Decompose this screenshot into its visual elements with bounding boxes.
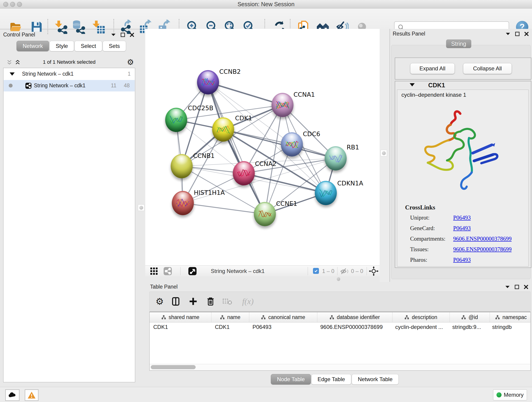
- table-cell[interactable]: CDK1: [211, 322, 249, 332]
- memory-button[interactable]: Memory: [493, 389, 527, 400]
- crosslink-link[interactable]: 9606.ENSP00000378699: [453, 246, 512, 253]
- tab-network[interactable]: Network: [17, 41, 49, 51]
- expand-all-button[interactable]: Expand All: [410, 63, 455, 74]
- table-cell[interactable]: cyclin-dependent ...: [392, 322, 449, 332]
- node-label-rb1: RB1: [347, 144, 359, 151]
- table-cell[interactable]: 9606.ENSP00000378699: [317, 322, 392, 332]
- delete-table-button[interactable]: [221, 295, 233, 307]
- left-splitter-grip[interactable]: [138, 204, 144, 211]
- column-header-label: canonical name: [268, 314, 305, 320]
- panel-menu-icon[interactable]: [505, 32, 510, 36]
- gene-detail-card: cyclin–dependent kinase 1: [397, 89, 529, 267]
- collection-expand-icon[interactable]: [10, 72, 15, 76]
- network-node-ccna2[interactable]: [233, 161, 255, 185]
- panel-float-icon[interactable]: [515, 32, 520, 36]
- network-node-ccne1[interactable]: [254, 202, 276, 226]
- table-row[interactable]: CDK1CDK1P064939606.ENSP00000378699cyclin…: [150, 322, 530, 332]
- attribute-branch-icon: [462, 315, 466, 319]
- left-splitter[interactable]: [137, 29, 145, 387]
- table-cell[interactable]: CDK1: [150, 322, 211, 332]
- birds-eye-view-button[interactable]: [187, 266, 198, 277]
- toolbar-separator: [308, 267, 308, 275]
- crosslink-link[interactable]: P06493: [453, 257, 471, 263]
- protein-thumbnail-icon: [197, 70, 219, 95]
- horizontal-splitter[interactable]: [145, 276, 380, 282]
- network-node-ccnb1[interactable]: [171, 154, 193, 178]
- protein-thumbnail-icon: [272, 93, 293, 117]
- collection-count: 1: [128, 71, 131, 77]
- right-splitter[interactable]: [380, 29, 389, 282]
- tab-style[interactable]: Style: [50, 41, 74, 51]
- column-header-canonical-name[interactable]: canonical name: [249, 312, 317, 322]
- panel-menu-icon[interactable]: [505, 285, 510, 288]
- show-columns-button[interactable]: [170, 295, 182, 307]
- network-collection-row[interactable]: String Network – cdk1 1: [4, 68, 135, 80]
- network-node-cdk1[interactable]: [212, 117, 234, 142]
- network-row-label: String Network – cdk1: [34, 83, 85, 89]
- panel-float-icon[interactable]: [120, 32, 125, 37]
- network-share-view-button[interactable]: [162, 266, 173, 277]
- table-horizontal-scrollbar[interactable]: [150, 364, 530, 370]
- results-tab-string[interactable]: String: [446, 39, 471, 48]
- horizontal-splitter-grip[interactable]: [337, 277, 340, 281]
- crosslink-label: Uniprot:: [410, 215, 430, 221]
- table-cell[interactable]: stringdb: [488, 322, 531, 332]
- control-panel: Control Panel NetworkStyleSelectSets 1 o…: [1, 30, 137, 385]
- selected-indicator-checkbox[interactable]: [313, 268, 319, 274]
- hidden-indicator-eye-icon[interactable]: [340, 268, 349, 275]
- panel-close-icon[interactable]: [524, 285, 528, 289]
- table-settings-button[interactable]: ⚙: [154, 295, 166, 307]
- crosslink-link[interactable]: P06493: [453, 215, 471, 221]
- crosslink-label: Tissues:: [410, 246, 429, 252]
- network-node-hist1h1a[interactable]: [172, 191, 194, 215]
- gene-collapse-icon[interactable]: [410, 83, 415, 86]
- column-header-namespac[interactable]: namespac: [490, 312, 532, 322]
- tab-select[interactable]: Select: [75, 41, 102, 51]
- network-options-gear-icon[interactable]: ⚙: [127, 58, 134, 66]
- cloud-status-button[interactable]: [5, 389, 19, 401]
- panel-close-icon[interactable]: [524, 32, 529, 36]
- table-cell[interactable]: P06493: [249, 322, 317, 332]
- column-header-shared-name[interactable]: shared name: [150, 312, 211, 322]
- network-edge[interactable]: [183, 203, 265, 214]
- create-column-button[interactable]: [187, 295, 199, 307]
- network-node-ccnb2[interactable]: [197, 70, 219, 95]
- crosslink-link[interactable]: P06493: [453, 225, 471, 231]
- right-splitter-grip[interactable]: [380, 150, 387, 156]
- column-header-description[interactable]: description: [393, 312, 450, 322]
- tab-node-table[interactable]: Node Table: [271, 374, 311, 385]
- column-header-database-identifier[interactable]: database identifier: [317, 312, 393, 322]
- tab-sets[interactable]: Sets: [103, 41, 126, 51]
- panel-float-icon[interactable]: [515, 285, 519, 289]
- tab-edge-table[interactable]: Edge Table: [311, 374, 351, 385]
- network-canvas[interactable]: CCNB2CCNA1CDC25BCDK1CDC6RB1CCNB1CCNA2HIS…: [145, 29, 380, 265]
- network-list: String Network – cdk1 1 String Network –…: [3, 68, 135, 382]
- crosslink-link[interactable]: 9606.ENSP00000378699: [453, 236, 512, 242]
- network-node-cdc25b[interactable]: [165, 108, 187, 132]
- pan-crosshair-icon[interactable]: [369, 266, 379, 276]
- network-node-rb1[interactable]: [325, 146, 347, 171]
- table-cell[interactable]: stringdb:9...: [449, 322, 488, 332]
- panel-close-icon[interactable]: [130, 32, 134, 37]
- selected-counts: 1 – 0: [322, 268, 334, 274]
- attribute-branch-icon: [162, 315, 166, 319]
- network-row-selected[interactable]: String Network – cdk1 11 48: [4, 80, 135, 91]
- column-header-label: database identifier: [337, 314, 380, 320]
- column-header--id[interactable]: @id: [450, 312, 490, 322]
- delete-column-button[interactable]: [205, 295, 216, 307]
- scrollbar-thumb[interactable]: [151, 365, 196, 369]
- crosslinks-rows: Uniprot:P06493GeneCard:P06493Compartment…: [405, 90, 528, 266]
- hidden-counts: 0 – 0: [351, 268, 363, 274]
- grid-view-button[interactable]: [148, 266, 159, 277]
- network-node-cdkn1a[interactable]: [315, 181, 337, 205]
- network-node-ccna1[interactable]: [272, 93, 293, 117]
- delete-table-icon: [222, 297, 232, 306]
- string-results-container: Expand All Collapse All CDK1 cyclin–depe…: [391, 45, 531, 279]
- network-node-cdc6[interactable]: [281, 132, 303, 157]
- tab-network-table[interactable]: Network Table: [352, 374, 399, 385]
- warnings-button[interactable]: [25, 389, 38, 401]
- function-builder-button[interactable]: f(x): [238, 295, 258, 307]
- collapse-all-button[interactable]: Collapse All: [463, 63, 512, 74]
- panel-menu-icon[interactable]: [111, 33, 116, 36]
- column-header-name[interactable]: name: [211, 312, 249, 322]
